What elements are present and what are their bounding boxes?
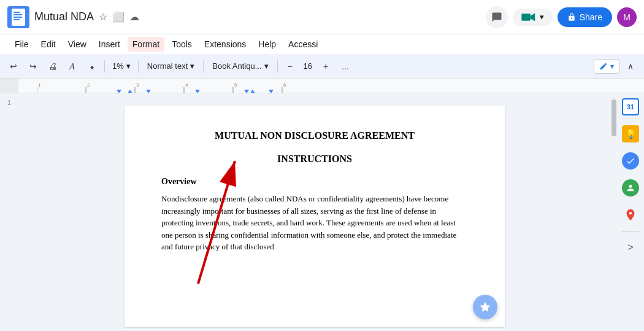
zoom-dropdown[interactable]: 1% ▾ <box>109 60 134 72</box>
scrollbar-thumb[interactable] <box>611 99 616 136</box>
title-icons: ☆ ⬜ ☁ <box>99 11 139 23</box>
share-button[interactable]: Share <box>558 7 612 27</box>
page-number: 1 <box>7 99 11 106</box>
svg-marker-21 <box>128 90 132 93</box>
menu-view[interactable]: View <box>63 37 91 52</box>
svg-text:6: 6 <box>283 82 286 88</box>
svg-text:3: 3 <box>136 82 139 88</box>
right-sidebar: 31 💡 <box>617 93 644 331</box>
menu-accessibility[interactable]: Accessi <box>283 37 323 52</box>
svg-rect-5 <box>521 14 531 21</box>
document-main-title: MUTUAL NON DISCLOSURE AGREEMENT <box>161 130 468 141</box>
menu-help[interactable]: Help <box>253 37 281 52</box>
avatar[interactable]: M <box>617 7 637 27</box>
menu-format[interactable]: Format <box>128 37 164 52</box>
title-section: Mutual NDA ☆ ⬜ ☁ <box>34 10 481 23</box>
menu-extensions[interactable]: Extensions <box>199 37 251 52</box>
more-options-button[interactable]: ... <box>337 58 354 75</box>
svg-marker-25 <box>250 90 255 93</box>
document-section-title: Overview <box>161 177 468 187</box>
menu-edit[interactable]: Edit <box>36 37 61 52</box>
text-style-label: Normal text <box>147 61 188 71</box>
star-icon[interactable]: ☆ <box>99 11 107 23</box>
main-layout: 1 MUTUAL NON DISCLOSURE AGREEMENT INSTRU… <box>0 93 644 331</box>
menu-tools[interactable]: Tools <box>167 37 197 52</box>
cloud-icon[interactable]: ☁ <box>129 11 139 23</box>
toolbar-divider-4 <box>277 60 278 72</box>
meet-button[interactable]: ▾ <box>513 9 553 26</box>
sidebar-maps-icon[interactable] <box>619 204 642 226</box>
svg-marker-20 <box>117 90 121 93</box>
svg-rect-4 <box>13 19 20 20</box>
ai-button[interactable] <box>473 295 497 319</box>
svg-text:5: 5 <box>234 82 237 88</box>
font-size-value[interactable]: 16 <box>304 61 312 71</box>
share-label: Share <box>580 12 602 22</box>
folder-icon[interactable]: ⬜ <box>112 11 125 23</box>
toolbar-divider-2 <box>138 60 139 72</box>
print-button[interactable]: 🖨 <box>44 58 61 75</box>
menu-bar: File Edit View Insert Format Tools Exten… <box>0 34 644 54</box>
undo-button[interactable]: ↩ <box>5 58 22 75</box>
edit-mode-label: ▾ <box>610 62 614 71</box>
svg-rect-2 <box>13 14 22 15</box>
document-page: MUTUAL NON DISCLOSURE AGREEMENT INSTRUCT… <box>125 106 505 327</box>
sidebar-tasks-icon[interactable] <box>619 150 642 172</box>
sidebar-divider <box>622 231 639 232</box>
font-size-increase[interactable]: + <box>317 58 334 75</box>
meet-label: ▾ <box>540 12 544 21</box>
paint-format-button[interactable]: ⬥ <box>83 58 101 75</box>
font-size-display: 16 <box>301 61 315 71</box>
svg-marker-6 <box>531 13 535 21</box>
left-panel: 1 <box>0 93 18 331</box>
chat-button[interactable] <box>486 6 508 28</box>
font-size-decrease[interactable]: − <box>282 58 299 75</box>
svg-marker-23 <box>195 90 200 93</box>
right-actions: ▾ Share M <box>486 6 637 28</box>
font-label: Book Antiqu... <box>212 61 261 71</box>
toolbar-divider-3 <box>203 60 204 72</box>
text-style-chevron: ▾ <box>190 61 194 71</box>
svg-text:1: 1 <box>38 82 41 88</box>
doc-title[interactable]: Mutual NDA <box>34 10 94 23</box>
zoom-value: 1% <box>112 61 124 71</box>
svg-text:4: 4 <box>185 82 188 88</box>
edit-mode-button[interactable]: ▾ <box>594 59 619 74</box>
text-style-dropdown[interactable]: Normal text ▾ <box>142 60 199 72</box>
zoom-chevron: ▾ <box>126 61 131 71</box>
document-body: Nondisclosure agreements (also called ND… <box>161 193 468 253</box>
spell-check-button[interactable]: 𝐴 <box>64 58 81 75</box>
document-subtitle: INSTRUCTIONS <box>161 154 468 165</box>
sidebar-contacts-icon[interactable] <box>619 177 642 199</box>
sidebar-calendar-icon[interactable]: 31 <box>619 96 642 118</box>
menu-file[interactable]: File <box>10 37 34 52</box>
toolbar: ↩ ↪ 🖨 𝐴 ⬥ 1% ▾ Normal text ▾ Book Antiqu… <box>0 54 644 79</box>
svg-rect-3 <box>13 17 22 18</box>
toolbar-divider-1 <box>104 60 105 72</box>
top-bar: Mutual NDA ☆ ⬜ ☁ ▾ Share M <box>0 0 644 34</box>
sidebar-notes-icon[interactable]: 💡 <box>619 123 642 145</box>
sidebar-expand-button[interactable]: > <box>619 236 642 259</box>
redo-button[interactable]: ↪ <box>25 58 42 75</box>
font-chevron: ▾ <box>264 61 269 71</box>
svg-marker-22 <box>146 90 151 93</box>
svg-text:2: 2 <box>87 82 90 88</box>
font-dropdown[interactable]: Book Antiqu... ▾ <box>207 60 273 72</box>
calendar-date: 31 <box>627 103 634 111</box>
document-area[interactable]: MUTUAL NON DISCLOSURE AGREEMENT INSTRUCT… <box>18 93 611 331</box>
svg-marker-26 <box>269 90 274 93</box>
scrollbar-area[interactable] <box>611 93 617 331</box>
svg-marker-24 <box>244 90 249 93</box>
ruler-content: 1 2 3 4 5 6 <box>37 79 626 93</box>
ruler: 1 2 3 4 5 6 <box>0 79 644 93</box>
app-icon <box>7 6 29 28</box>
menu-insert[interactable]: Insert <box>94 37 125 52</box>
svg-rect-1 <box>13 12 20 13</box>
collapse-toolbar-button[interactable]: ∧ <box>622 58 639 75</box>
doc-title-row: Mutual NDA ☆ ⬜ ☁ <box>34 10 481 23</box>
toolbar-right: ▾ ∧ <box>594 58 639 75</box>
